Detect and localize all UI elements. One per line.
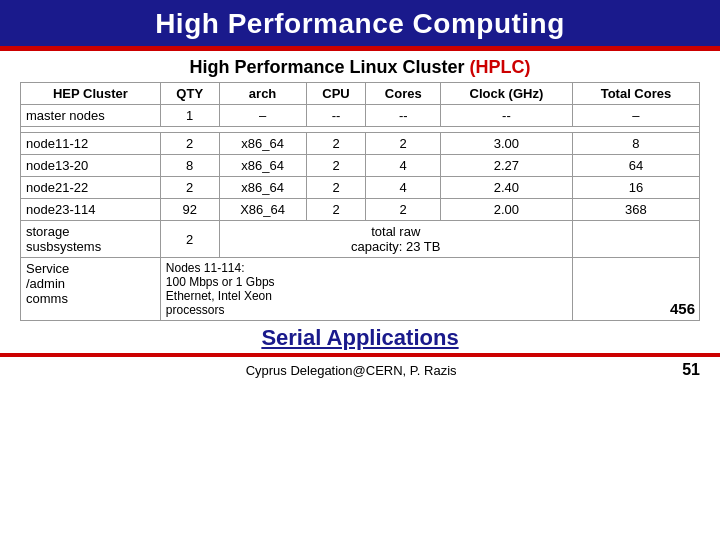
- cell-storage-empty: [572, 221, 699, 258]
- cell-arch: x86_64: [219, 133, 306, 155]
- cell-cores: 4: [366, 155, 441, 177]
- table-header-row: HEP Cluster QTY arch CPU Cores Clock (GH…: [21, 83, 700, 105]
- footer-citation: Cyprus Delegation@CERN, P. Razis: [246, 363, 457, 378]
- col-header-arch: arch: [219, 83, 306, 105]
- cell-cluster: node23-114: [21, 199, 161, 221]
- cell-cluster: node11-12: [21, 133, 161, 155]
- table-row: master nodes 1 – -- -- -- –: [21, 105, 700, 127]
- col-header-cpu: CPU: [306, 83, 366, 105]
- cell-cpu: 2: [306, 199, 366, 221]
- page: High Performance Computing High Performa…: [0, 0, 720, 540]
- red-line-bottom: [0, 353, 720, 357]
- cell-qty: 2: [160, 177, 219, 199]
- col-header-clock: Clock (GHz): [441, 83, 573, 105]
- col-header-qty: QTY: [160, 83, 219, 105]
- cell-cores: 2: [366, 199, 441, 221]
- table-row: node11-12 2 x86_64 2 2 3.00 8: [21, 133, 700, 155]
- cell-arch: x86_64: [219, 177, 306, 199]
- col-header-total-cores: Total Cores: [572, 83, 699, 105]
- cell-clock: 2.27: [441, 155, 573, 177]
- title-text: High Performance Computing: [155, 8, 565, 39]
- cell-total-cores: 8: [572, 133, 699, 155]
- cell-qty: 1: [160, 105, 219, 127]
- cell-total-cores: –: [572, 105, 699, 127]
- footer-text: Cyprus Delegation@CERN, P. Razis: [20, 363, 682, 378]
- cell-cpu: 2: [306, 177, 366, 199]
- hpc-table: HEP Cluster QTY arch CPU Cores Clock (GH…: [20, 82, 700, 321]
- table-row: node23-114 92 X86_64 2 2 2.00 368: [21, 199, 700, 221]
- cell-cpu: 2: [306, 155, 366, 177]
- subtitle: High Performance Linux Cluster (HPLC): [0, 51, 720, 82]
- cell-qty: 2: [160, 133, 219, 155]
- cell-cluster: node21-22: [21, 177, 161, 199]
- footer: Cyprus Delegation@CERN, P. Razis 51: [0, 359, 720, 379]
- cell-clock: 3.00: [441, 133, 573, 155]
- cell-clock: 2.00: [441, 199, 573, 221]
- cell-clock: 2.40: [441, 177, 573, 199]
- cell-arch: X86_64: [219, 199, 306, 221]
- subtitle-hplc: (HPLC): [470, 57, 531, 77]
- storage-row: storagesusbsystems 2 total rawcapacity: …: [21, 221, 700, 258]
- cell-cluster: node13-20: [21, 155, 161, 177]
- cell-arch: –: [219, 105, 306, 127]
- cell-arch: x86_64: [219, 155, 306, 177]
- cell-total-cores: 368: [572, 199, 699, 221]
- cell-cluster: master nodes: [21, 105, 161, 127]
- cell-qty: 92: [160, 199, 219, 221]
- cell-cores: 2: [366, 133, 441, 155]
- table-wrapper: HEP Cluster QTY arch CPU Cores Clock (GH…: [20, 82, 700, 321]
- cell-cpu: --: [306, 105, 366, 127]
- col-header-cluster: HEP Cluster: [21, 83, 161, 105]
- cell-clock: --: [441, 105, 573, 127]
- cell-storage-label: storagesusbsystems: [21, 221, 161, 258]
- cell-qty: 8: [160, 155, 219, 177]
- cell-service-total: 456: [572, 258, 699, 321]
- col-header-cores: Cores: [366, 83, 441, 105]
- cell-service-desc: Nodes 11-114:100 Mbps or 1 GbpsEthernet,…: [160, 258, 572, 321]
- cell-cores: --: [366, 105, 441, 127]
- cell-total-cores: 16: [572, 177, 699, 199]
- cell-total-cores: 64: [572, 155, 699, 177]
- table-row: node13-20 8 x86_64 2 4 2.27 64: [21, 155, 700, 177]
- main-title: High Performance Computing: [0, 0, 720, 46]
- cell-storage-qty: 2: [160, 221, 219, 258]
- cell-storage-desc: total rawcapacity: 23 TB: [219, 221, 572, 258]
- subtitle-plain: High Performance Linux Cluster: [189, 57, 469, 77]
- serial-applications-label: Serial Applications: [261, 325, 458, 351]
- service-row: Service/admincomms Nodes 11-114:100 Mbps…: [21, 258, 700, 321]
- cell-service-label: Service/admincomms: [21, 258, 161, 321]
- cell-cores: 4: [366, 177, 441, 199]
- cell-cpu: 2: [306, 133, 366, 155]
- page-number: 51: [682, 361, 700, 379]
- table-row: node21-22 2 x86_64 2 4 2.40 16: [21, 177, 700, 199]
